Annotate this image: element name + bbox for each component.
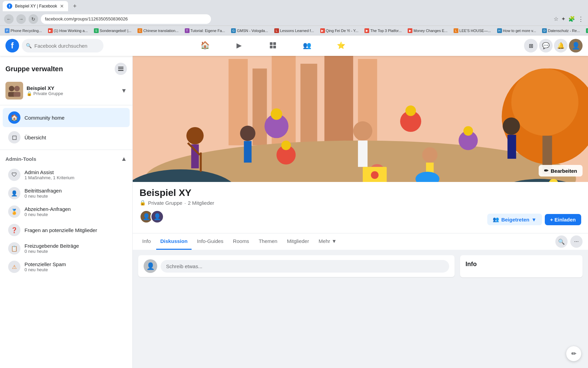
mehr-chevron-icon: ▼ xyxy=(331,238,337,244)
tab-diskussion[interactable]: Diskussion xyxy=(156,233,192,250)
bookmark-lee[interactable]: LLEE'S HOUSE—... xyxy=(452,28,493,34)
nav-tab-watch[interactable]: ▶ xyxy=(222,36,256,55)
spam-subtitle: 0 neu heute xyxy=(24,267,66,272)
bookmark-qing[interactable]: ▶Qing Fei De Yi - Y... xyxy=(318,28,361,34)
edit-cover-button[interactable]: ✏ Bearbeiten xyxy=(539,165,583,177)
tabs-more-button[interactable]: ··· xyxy=(570,235,583,248)
bookmark-datenschutz[interactable]: DDatenschutz - Re... xyxy=(540,28,582,34)
new-tab-button[interactable]: + xyxy=(70,1,80,11)
fragen-title: Fragen an potenzielle Mitglieder xyxy=(24,227,97,233)
bookmark-phone-recycling[interactable]: PPhone Recycling... xyxy=(3,28,44,34)
bookmark-icon[interactable]: ☆ xyxy=(554,16,558,22)
nav-tab-marketplace[interactable] xyxy=(256,36,290,55)
svg-rect-17 xyxy=(324,56,353,145)
joined-people-icon: 👥 xyxy=(493,216,499,223)
tabs-search-button[interactable]: 🔍 xyxy=(555,235,568,248)
tab-close-button[interactable]: ✕ xyxy=(60,3,64,9)
nav-tab-gaming[interactable]: ⭐ xyxy=(324,36,358,55)
search-bar[interactable]: 🔍 xyxy=(22,39,103,52)
beitrittsanfragen-title: Beitrittsanfragen xyxy=(24,188,62,194)
tab-themen[interactable]: Themen xyxy=(255,233,281,250)
sidebar-group-selector[interactable]: Beispiel XY 🔒 Private Gruppe ▼ xyxy=(0,79,132,102)
sidebar: Gruppe verwalten Beisp xyxy=(0,56,133,368)
group-lock-icon: 🔒 xyxy=(140,200,146,206)
notifications-button[interactable]: 🔔 xyxy=(554,39,568,52)
user-avatar[interactable]: 👤 xyxy=(569,39,583,52)
sidebar-nav-label-home: Community home xyxy=(24,115,65,121)
svg-point-37 xyxy=(240,126,255,141)
abzeichen-icon: 🏅 xyxy=(8,205,20,218)
content-main: 👤 Schreib etwas... xyxy=(138,255,455,282)
spam-title: Potenzieller Spam xyxy=(24,261,66,267)
bookmark-sonderangebot[interactable]: SSonderangebot! |... xyxy=(92,28,133,34)
svg-rect-0 xyxy=(270,42,273,45)
home-nav-icon: 🏠 xyxy=(8,111,20,124)
sidebar-item-ubersicht[interactable]: ◻ Übersicht xyxy=(3,128,130,147)
bookmark-money[interactable]: ▶Money Changes E... xyxy=(406,28,450,34)
meta-dot: · xyxy=(184,200,186,206)
admin-assist-title: Admin Assist xyxy=(24,169,75,175)
lock-icon: 🔒 xyxy=(27,91,32,96)
tab-mehr[interactable]: Mehr ▼ xyxy=(314,233,341,250)
beitrittsanfragen-text: Beitrittsanfragen 0 neu heute xyxy=(24,188,62,199)
bookmark-gmsn[interactable]: GGMSN - Vologda... xyxy=(229,28,270,34)
abzeichen-title: Abzeichen-Anfragen xyxy=(24,206,71,212)
svg-rect-16 xyxy=(300,64,317,145)
composer-input[interactable]: Schreib etwas... xyxy=(161,260,449,273)
sidebar-item-beitrittsanfragen[interactable]: 👤 Beitrittsanfragen 0 neu heute xyxy=(3,184,130,202)
group-cover-image: ✏ Bearbeiten xyxy=(133,56,588,182)
svg-point-33 xyxy=(186,127,204,144)
search-input[interactable] xyxy=(34,43,96,49)
tab-info[interactable]: Info xyxy=(138,233,155,250)
bookmark-tutorial[interactable]: TTutorial: Eigene Fa... xyxy=(183,28,227,34)
bookmark-top3[interactable]: ▶The Top 3 Platfor... xyxy=(362,28,404,34)
back-button[interactable]: ← xyxy=(4,14,14,24)
sidebar-item-abzeichen[interactable]: 🏅 Abzeichen-Anfragen 0 neu heute xyxy=(3,203,130,220)
group-name: Beispiel XY xyxy=(140,187,581,198)
admin-tools-collapse-button[interactable]: ▲ xyxy=(121,155,127,163)
sidebar-toggle-button[interactable] xyxy=(115,63,127,75)
invite-button[interactable]: + Einladen xyxy=(545,214,581,225)
sidebar-item-freizugebende[interactable]: 📋 Freizugebende Beiträge 0 neu heute xyxy=(3,240,130,257)
menu-icon[interactable]: ⋮ xyxy=(578,15,584,23)
group-tabs: Info Diskussion Info-Guides Rooms Themen… xyxy=(133,233,588,250)
admin-assist-subtitle: 1 Maßnahme, 1 Kriterium xyxy=(24,175,75,180)
nav-tab-groups[interactable]: 👥 xyxy=(290,36,324,55)
refresh-button[interactable]: ↻ xyxy=(29,14,38,24)
facebook-navbar: f 🔍 🏠 ▶ 👥 ⭐ ⊞ 💬 🔔 👤 xyxy=(0,35,588,56)
main-layout: Gruppe verwalten Beisp xyxy=(0,56,588,368)
group-members-count: 2 Mitglieder xyxy=(188,200,214,206)
url-input[interactable]: facebook.com/groups/1126350550836026 xyxy=(41,14,211,24)
tab-info-guides[interactable]: Info-Guides xyxy=(193,233,228,250)
forward-button[interactable]: → xyxy=(16,14,26,24)
floating-edit-button[interactable]: ✏ xyxy=(566,346,581,361)
content-area: ✏ Bearbeiten Beispiel XY 🔒 Private Grupp… xyxy=(133,56,588,368)
browser-tab[interactable]: f Beispiel XY | Facebook ✕ xyxy=(3,1,68,11)
sidebar-item-community-home[interactable]: 🏠 Community home xyxy=(3,108,130,127)
facebook-logo[interactable]: f xyxy=(5,39,19,52)
sidebar-item-admin-assist[interactable]: 🛡 Admin Assist 1 Maßnahme, 1 Kriterium xyxy=(3,166,130,184)
apps-button[interactable]: ⊞ xyxy=(524,39,538,52)
svg-rect-5 xyxy=(118,68,124,69)
svg-rect-44 xyxy=(507,135,516,158)
tab-mitglieder[interactable]: Mitglieder xyxy=(283,233,313,250)
svg-point-8 xyxy=(9,86,14,91)
sidebar-item-fragen[interactable]: ❓ Fragen an potenzielle Mitglieder xyxy=(3,221,130,239)
nav-center: 🏠 ▶ 👥 ⭐ xyxy=(188,36,358,55)
bookmark-lessons[interactable]: LLessons Learned f... xyxy=(272,28,316,34)
joined-button[interactable]: 👥 Beigetreten ▼ xyxy=(487,214,542,225)
sidebar-group-type: 🔒 Private Gruppe xyxy=(27,91,63,96)
sidebar-item-spam[interactable]: ⚠ Potenzieller Spam 0 neu heute xyxy=(3,258,130,276)
tab-rooms[interactable]: Rooms xyxy=(229,233,254,250)
bookmark-how-working[interactable]: ▶(1) How Working a... xyxy=(46,28,90,34)
bookmark-student[interactable]: SStudent Wants an... xyxy=(584,28,588,34)
star-icon[interactable]: ✦ xyxy=(561,16,566,22)
bookmark-how-get[interactable]: HHow to get more v... xyxy=(495,28,538,34)
messenger-button[interactable]: 💬 xyxy=(539,39,553,52)
bookmark-chinese[interactable]: CChinese translation... xyxy=(135,28,180,34)
svg-point-32 xyxy=(463,126,473,136)
svg-point-21 xyxy=(511,68,578,136)
extensions-icon[interactable]: 🧩 xyxy=(568,16,575,22)
nav-tab-home[interactable]: 🏠 xyxy=(188,36,222,55)
sidebar-dropdown-icon[interactable]: ▼ xyxy=(121,87,127,94)
